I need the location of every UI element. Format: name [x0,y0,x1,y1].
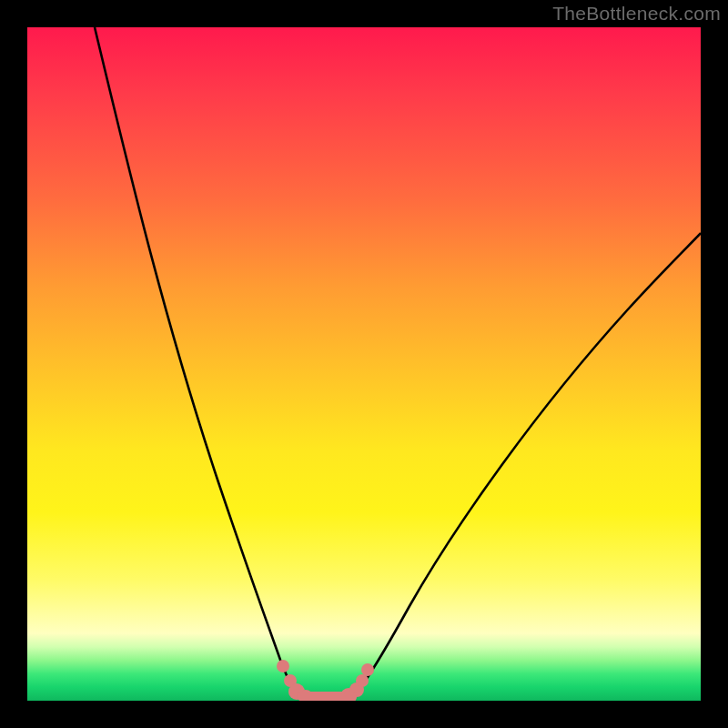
watermark-text: TheBottleneck.com [552,3,721,25]
chart-plot-area [27,27,701,701]
marker-group [277,660,374,701]
bottleneck-curve [95,27,701,699]
svg-point-0 [277,660,289,672]
svg-point-10 [361,663,374,676]
chart-frame: TheBottleneck.com [0,0,728,728]
svg-point-9 [356,674,369,687]
chart-svg [27,27,701,701]
svg-rect-11 [297,692,357,701]
